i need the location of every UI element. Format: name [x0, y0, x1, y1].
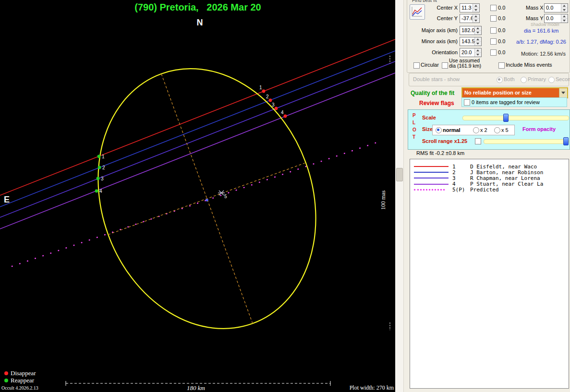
mass-x-spinner[interactable] — [561, 4, 568, 12]
spin-up-icon[interactable] — [561, 14, 568, 18]
center-x-err-checkbox[interactable] — [490, 5, 497, 11]
double-stars-title: Double stars - show — [413, 76, 460, 82]
review-flags-box: 0 items are tagged for review — [461, 97, 567, 107]
center-y-err-checkbox[interactable] — [490, 15, 497, 22]
axis-ratio-info-label: a/b: 1.27, dMag: 0.26 — [516, 39, 566, 45]
legend-disappear-label: Disappear — [11, 369, 36, 377]
diameter-info-label: dia = 161.6 km — [524, 28, 558, 34]
include-miss-label: Include Miss events — [506, 62, 552, 68]
predicted-star-label: 5 — [224, 194, 227, 199]
orientation-label: Orientation — [416, 49, 458, 55]
mas-scale-label: 100 mas — [380, 190, 387, 210]
review-text: 0 items are tagged for review — [472, 99, 540, 105]
dropdown-arrow-icon[interactable] — [559, 88, 567, 97]
spin-down-icon[interactable] — [561, 8, 568, 12]
size-x5-radio[interactable] — [494, 127, 500, 133]
minor-axis-value: 143.5 — [460, 37, 474, 46]
center-y-input[interactable]: -37.6 — [460, 14, 480, 23]
observer-name: R Chapman, near Lorena — [470, 175, 569, 181]
observer-name: D Eisfeldt, near Waco — [470, 164, 569, 170]
spin-down-icon[interactable] — [473, 18, 479, 23]
center-x-input[interactable]: 11.3 — [460, 3, 480, 12]
double-stars-secondary-radio[interactable] — [548, 77, 555, 83]
include-miss-checkbox[interactable] — [498, 62, 505, 69]
use-assumed-dia-checkbox[interactable] — [442, 62, 448, 69]
minor-axis-input[interactable]: 143.5 — [460, 37, 482, 46]
observer-line-swatch — [414, 166, 452, 167]
svg-text:3: 3 — [101, 176, 104, 181]
major-axis-spinner[interactable] — [474, 26, 481, 35]
spin-up-icon[interactable] — [473, 14, 479, 18]
spin-down-icon[interactable] — [473, 8, 479, 12]
observer-row-3[interactable]: 3 R Chapman, near Lorena — [410, 175, 569, 181]
observer-number: 4 — [452, 181, 470, 187]
shadow-model-label: Shadow model — [531, 22, 559, 27]
mass-y-value: 0.0 — [545, 14, 561, 23]
spin-down-icon[interactable] — [475, 30, 481, 35]
review-checkbox[interactable] — [464, 99, 470, 106]
legend-disappear-dot — [4, 371, 8, 375]
rms-fit-label: RMS fit -0.2 ±0.8 km — [416, 150, 464, 156]
observer-row-1[interactable]: 1 D Eisfeldt, near Waco — [410, 164, 569, 169]
center-y-err-label: 0.0 — [498, 15, 505, 21]
plot-scrollbar-thumb[interactable] — [396, 168, 403, 181]
orientation-err-checkbox[interactable] — [490, 49, 497, 56]
spin-up-icon[interactable] — [473, 4, 479, 8]
minor-axis-spinner[interactable] — [474, 37, 481, 46]
opacity-slider[interactable] — [484, 139, 569, 144]
double-stars-primary-radio[interactable] — [521, 77, 527, 83]
fit-chart-icon — [410, 5, 424, 18]
spin-up-icon[interactable] — [561, 4, 568, 8]
svg-text:2: 2 — [266, 94, 269, 99]
fit-button[interactable] — [410, 4, 425, 20]
major-axis-input[interactable]: 182.0 — [460, 26, 482, 35]
spin-down-icon[interactable] — [475, 52, 481, 57]
orientation-input[interactable]: 20.0 — [460, 48, 482, 57]
svg-text:1: 1 — [102, 154, 105, 159]
find-best-fit-legend: Find best fit — [411, 0, 438, 3]
quality-dropdown[interactable]: No reliable position or size — [461, 87, 568, 98]
east-label: E — [4, 195, 10, 204]
spin-down-icon[interactable] — [561, 18, 568, 23]
spin-down-icon[interactable] — [475, 41, 481, 46]
control-panel: Find best fit Center X 11.3 0.0 Mass X 0… — [395, 0, 570, 392]
minor-err-label: 0.0 — [498, 38, 505, 44]
observer-line-swatch — [414, 178, 452, 178]
svg-text:2: 2 — [102, 165, 105, 170]
use-assumed-dia-label: Use assumed dia (161.9 km) — [449, 58, 481, 69]
double-stars-both-label: Both — [504, 76, 515, 82]
plot-width-label: Plot width: 270 km — [350, 384, 394, 391]
mass-y-spinner[interactable] — [561, 14, 568, 23]
minor-err-checkbox[interactable] — [490, 38, 497, 45]
spin-up-icon[interactable] — [475, 26, 481, 30]
observer-listbox[interactable]: 1 D Eisfeldt, near Waco 2 J Barton, near… — [410, 159, 569, 389]
center-x-spinner[interactable] — [473, 4, 479, 12]
observer-line-swatch — [414, 184, 452, 185]
scale-slider-thumb[interactable] — [503, 114, 509, 122]
opacity-slider-thumb[interactable] — [563, 137, 569, 145]
orientation-spinner[interactable] — [474, 48, 481, 57]
size-x2-radio[interactable] — [473, 127, 479, 133]
scale-label: Scale — [422, 115, 436, 120]
spin-up-icon[interactable] — [475, 48, 481, 52]
mass-x-input[interactable]: 0.0 — [544, 3, 568, 12]
major-err-checkbox[interactable] — [490, 27, 497, 34]
svg-text:4: 4 — [281, 110, 284, 115]
circular-checkbox[interactable] — [413, 62, 420, 69]
observer-row-5[interactable]: 5(P) Predicted — [410, 187, 569, 193]
scale-slider[interactable] — [462, 116, 569, 120]
center-y-spinner[interactable] — [473, 14, 479, 23]
occultation-plot-area: 1 2 3 4 1 2 3 4 5 (790) Pretoria, 2026 M… — [0, 0, 395, 392]
plot-scrollbar[interactable] — [395, 0, 404, 392]
plot-letter-o: O — [412, 127, 416, 132]
app-version-label: Occult 4.2026.2.13 — [1, 385, 38, 391]
double-stars-both-radio[interactable] — [497, 77, 503, 83]
spin-up-icon[interactable] — [475, 37, 481, 41]
major-axis-value: 182.0 — [460, 26, 474, 35]
observer-row-4[interactable]: 4 P Stuart, near Clear La — [410, 181, 569, 187]
plot-letter-l: L — [412, 120, 415, 125]
scroll-range-checkbox[interactable] — [475, 138, 481, 144]
observer-row-2[interactable]: 2 J Barton, near Robinson — [410, 169, 569, 175]
size-normal-radio[interactable] — [436, 127, 442, 133]
major-err-label: 0.0 — [498, 27, 505, 33]
